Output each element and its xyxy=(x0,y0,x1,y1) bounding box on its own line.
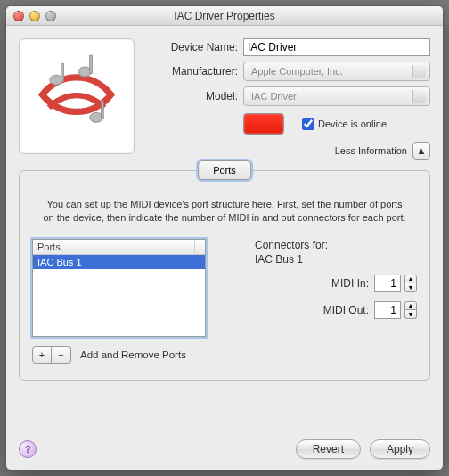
list-item[interactable]: IAC Bus 1 xyxy=(33,255,205,269)
minus-icon: − xyxy=(58,349,63,360)
ports-tabset: Ports You can set up the MIDI device's p… xyxy=(19,170,430,381)
online-checkbox-wrap[interactable]: Device is online xyxy=(302,118,400,130)
help-icon: ? xyxy=(25,444,31,455)
chevron-down-icon: ▲▼ xyxy=(416,66,423,77)
device-name-label: Device Name: xyxy=(145,41,243,53)
midi-in-label: MIDI In: xyxy=(331,277,369,290)
less-information-label: Less Information xyxy=(335,145,407,156)
svg-rect-5 xyxy=(102,102,104,119)
ports-help-line2: on the device, then indicate the number … xyxy=(43,212,405,223)
apply-button[interactable]: Apply xyxy=(370,439,430,459)
manufacturer-label: Manufacturer: xyxy=(145,65,243,78)
chevron-up-icon[interactable]: ▲ xyxy=(404,275,417,283)
manufacturer-value: Apple Computer, Inc. xyxy=(251,66,343,77)
svg-rect-3 xyxy=(90,55,93,73)
less-information-row: Less Information ▲ xyxy=(145,142,430,160)
model-value: IAC Driver xyxy=(251,91,297,102)
form-rows: Device Name: Manufacturer: Apple Compute… xyxy=(135,38,430,160)
chevron-down-icon[interactable]: ▼ xyxy=(404,310,417,319)
ports-list[interactable]: Ports IAC Bus 1 xyxy=(32,239,206,337)
ports-left: Ports IAC Bus 1 + − Add and Remove Ports xyxy=(32,239,239,364)
chevron-down-icon: ▲▼ xyxy=(416,91,423,102)
manufacturer-select[interactable]: Apple Computer, Inc. ▲▼ xyxy=(243,62,430,81)
tab-ports[interactable]: Ports xyxy=(198,160,251,180)
disclosure-button[interactable]: ▲ xyxy=(412,142,430,160)
connectors-panel: Connectors for: IAC Bus 1 MIDI In: ▲ ▼ M… xyxy=(239,239,417,364)
model-label: Model: xyxy=(145,90,243,103)
midi-in-input[interactable] xyxy=(374,275,401,292)
zoom-icon[interactable] xyxy=(45,11,56,21)
device-icon-well xyxy=(19,38,135,154)
close-icon[interactable] xyxy=(13,11,24,21)
footer: ? Revert Apply xyxy=(19,439,430,459)
midi-out-input[interactable] xyxy=(374,301,401,319)
midi-out-label: MIDI Out: xyxy=(323,304,369,316)
window-title: IAC Driver Properties xyxy=(6,10,443,22)
triangle-up-icon: ▲ xyxy=(417,145,427,156)
add-port-button[interactable]: + xyxy=(32,346,52,364)
midi-out-stepper[interactable]: ▲ ▼ xyxy=(404,301,417,319)
ports-help-text: You can set up the MIDI device's port st… xyxy=(32,198,417,225)
remove-port-button[interactable]: − xyxy=(52,346,71,364)
ports-help-line1: You can set up the MIDI device's port st… xyxy=(46,199,402,209)
svg-rect-1 xyxy=(61,63,64,81)
online-checkbox[interactable] xyxy=(302,118,314,130)
midi-in-stepper[interactable]: ▲ ▼ xyxy=(404,275,417,292)
tab-ports-label: Ports xyxy=(213,165,236,176)
traffic-lights xyxy=(6,11,56,21)
help-button[interactable]: ? xyxy=(19,440,37,458)
window: IAC Driver Properties Device Name: xyxy=(5,5,444,471)
minimize-icon[interactable] xyxy=(29,11,40,21)
add-remove-row: + − Add and Remove Ports xyxy=(32,346,239,364)
revert-button[interactable]: Revert xyxy=(296,439,361,459)
online-label: Device is online xyxy=(318,119,387,129)
model-select[interactable]: IAC Driver ▲▼ xyxy=(243,86,430,106)
chevron-down-icon[interactable]: ▼ xyxy=(404,283,417,292)
ports-list-header: Ports xyxy=(33,240,205,255)
chevron-up-icon[interactable]: ▲ xyxy=(404,301,417,310)
titlebar: IAC Driver Properties xyxy=(6,6,443,26)
ports-area: Ports IAC Bus 1 + − Add and Remove Ports… xyxy=(32,239,417,364)
top-row: Device Name: Manufacturer: Apple Compute… xyxy=(19,38,430,160)
connectors-for-value: IAC Bus 1 xyxy=(255,253,417,266)
device-name-input[interactable] xyxy=(243,38,430,56)
music-swirl-icon xyxy=(28,47,126,145)
color-swatch[interactable] xyxy=(243,113,284,135)
add-remove-label: Add and Remove Ports xyxy=(80,349,186,360)
connectors-for-label: Connectors for: xyxy=(255,239,417,251)
plus-icon: + xyxy=(39,349,45,360)
content: Device Name: Manufacturer: Apple Compute… xyxy=(6,26,443,470)
